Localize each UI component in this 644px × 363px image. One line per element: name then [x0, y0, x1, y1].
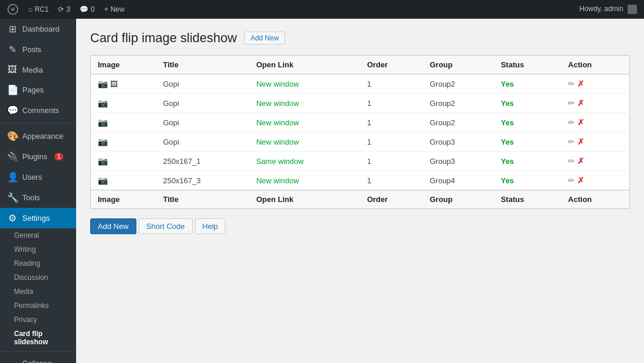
- submenu-item-media-sub[interactable]: Media: [0, 285, 76, 299]
- short-code-button[interactable]: Short Code: [139, 218, 193, 234]
- cell-order: 1: [360, 113, 423, 132]
- sidebar-item-posts[interactable]: ✎ Posts: [0, 39, 76, 60]
- camera-icon: 📷: [98, 98, 108, 108]
- cell-action: ✏✗: [561, 171, 629, 190]
- cell-order: 1: [360, 171, 423, 190]
- footer-col-title: Title: [156, 190, 249, 209]
- sidebar-item-media[interactable]: 🖼 Media: [0, 60, 76, 80]
- open-link-value[interactable]: New window: [256, 99, 299, 108]
- cell-status: Yes: [494, 132, 561, 152]
- updates-icon: ⟳: [58, 5, 64, 13]
- cell-group: Group4: [423, 171, 494, 190]
- footer-col-image: Image: [91, 190, 156, 209]
- cell-group: Group2: [423, 94, 494, 113]
- tools-icon: 🔧: [7, 192, 18, 203]
- dashboard-icon: ⊞: [7, 23, 18, 35]
- delete-icon[interactable]: ✗: [577, 156, 584, 166]
- comments-count: 0: [91, 5, 95, 13]
- page-header: Card flip image slideshow Add New: [90, 30, 630, 46]
- delete-icon[interactable]: ✗: [577, 176, 584, 185]
- cell-image: 📷: [91, 152, 156, 171]
- submenu-item-reading[interactable]: Reading: [0, 256, 76, 270]
- table-row: 📷🖼GopiNew window1Group2Yes✏✗: [91, 74, 630, 94]
- col-image: Image: [91, 56, 156, 74]
- submenu-label-permalinks: Permalinks: [14, 302, 49, 310]
- sidebar-label-settings: Settings: [22, 214, 50, 222]
- sidebar-item-appearance[interactable]: 🎨 Appearance: [0, 126, 76, 146]
- plugins-badge: 1: [54, 153, 64, 160]
- camera-icon: 📷: [98, 156, 108, 166]
- cell-open-link: Same window: [249, 152, 360, 171]
- users-icon: 👤: [7, 172, 18, 183]
- sidebar-label-comments: Comments: [22, 106, 59, 115]
- cell-status: Yes: [494, 152, 561, 171]
- updates-item[interactable]: ⟳ 3: [58, 5, 70, 13]
- site-name[interactable]: ⌂ RC1: [28, 5, 49, 13]
- house-icon: ⌂: [28, 5, 32, 13]
- cell-action: ✏✗: [561, 74, 629, 94]
- cell-title: Gopi: [156, 113, 249, 132]
- status-badge: Yes: [501, 99, 513, 108]
- sidebar-item-tools[interactable]: 🔧 Tools: [0, 187, 76, 208]
- delete-icon[interactable]: ✗: [577, 79, 584, 88]
- cell-action: ✏✗: [561, 152, 629, 171]
- open-link-value[interactable]: New window: [256, 138, 299, 146]
- edit-icon[interactable]: ✏: [568, 137, 575, 146]
- col-action: Action: [561, 56, 629, 74]
- submenu-item-privacy[interactable]: Privacy: [0, 313, 76, 327]
- submenu-item-discussion[interactable]: Discussion: [0, 270, 76, 285]
- sidebar-item-collapse[interactable]: ◀ Collapse menu: [0, 354, 76, 363]
- wp-logo-icon[interactable]: [7, 4, 19, 15]
- main-content: Card flip image slideshow Add New Image …: [76, 19, 644, 363]
- action-icons: ✏✗: [568, 79, 622, 88]
- delete-icon[interactable]: ✗: [577, 98, 584, 108]
- cell-open-link: New window: [249, 74, 360, 94]
- howdy-text: Howdy, admin: [580, 5, 637, 14]
- help-button[interactable]: Help: [195, 218, 226, 234]
- sidebar-item-comments[interactable]: 💬 Comments: [0, 100, 76, 121]
- cell-status: Yes: [494, 113, 561, 132]
- comments-item[interactable]: 💬 0: [80, 5, 95, 13]
- sidebar-item-plugins[interactable]: 🔌 Plugins 1: [0, 146, 76, 167]
- add-new-button[interactable]: Add New: [90, 218, 136, 234]
- submenu-label-media: Media: [14, 287, 33, 296]
- slides-table: Image Title Open Link Order Group Status…: [90, 55, 630, 209]
- submenu-item-permalinks[interactable]: Permalinks: [0, 299, 76, 313]
- status-badge: Yes: [501, 157, 513, 166]
- camera-icon: 📷: [98, 137, 108, 146]
- add-new-header-button[interactable]: Add New: [244, 32, 286, 44]
- cell-group: Group2: [423, 74, 494, 94]
- open-link-value[interactable]: New window: [256, 80, 299, 88]
- submenu-item-writing[interactable]: Writing: [0, 242, 76, 256]
- edit-icon[interactable]: ✏: [568, 176, 575, 185]
- sidebar-separator-1: [0, 123, 76, 124]
- edit-icon[interactable]: ✏: [568, 156, 575, 166]
- open-link-value[interactable]: New window: [256, 118, 299, 127]
- edit-icon[interactable]: ✏: [568, 79, 575, 88]
- delete-icon[interactable]: ✗: [577, 137, 584, 146]
- edit-icon[interactable]: ✏: [568, 98, 575, 108]
- action-icons: ✏✗: [568, 137, 622, 146]
- cell-open-link: New window: [249, 94, 360, 113]
- col-order: Order: [360, 56, 423, 74]
- new-item[interactable]: + New: [104, 5, 125, 13]
- cell-image: 📷: [91, 94, 156, 113]
- submenu-label-discussion: Discussion: [14, 273, 48, 282]
- open-link-value[interactable]: New window: [256, 176, 299, 185]
- footer-col-order: Order: [360, 190, 423, 209]
- site-title: RC1: [35, 5, 49, 13]
- submenu-item-card-flip[interactable]: Card flip slideshow: [0, 327, 76, 349]
- cell-title: Gopi: [156, 132, 249, 152]
- sidebar-item-pages[interactable]: 📄 Pages: [0, 80, 76, 100]
- camera-icon: 📷: [98, 79, 108, 88]
- submenu-item-general[interactable]: General: [0, 228, 76, 242]
- sidebar-item-users[interactable]: 👤 Users: [0, 167, 76, 187]
- open-link-value[interactable]: Same window: [256, 157, 304, 166]
- delete-icon[interactable]: ✗: [577, 118, 584, 127]
- image-thumbnail-icon: 🖼: [110, 80, 118, 88]
- cell-image: 📷: [91, 132, 156, 152]
- edit-icon[interactable]: ✏: [568, 118, 575, 127]
- sidebar-item-dashboard[interactable]: ⊞ Dashboard: [0, 19, 76, 39]
- cell-action: ✏✗: [561, 132, 629, 152]
- sidebar-item-settings[interactable]: ⚙ Settings: [0, 208, 76, 228]
